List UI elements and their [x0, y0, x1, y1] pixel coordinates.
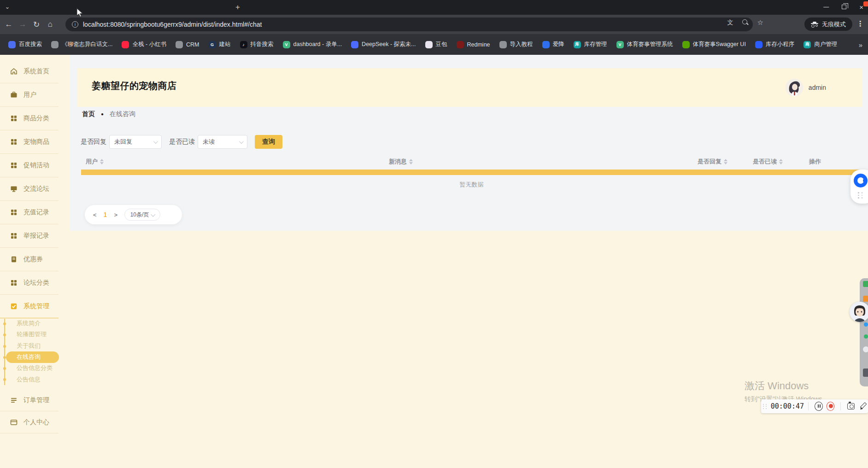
- user-menu[interactable]: admin: [786, 79, 826, 96]
- drag-handle-icon[interactable]: [858, 192, 863, 199]
- next-page-button[interactable]: >: [114, 211, 117, 218]
- table-column-header[interactable]: 用户: [86, 158, 104, 166]
- refresh-icon[interactable]: ↻: [29, 20, 43, 29]
- stop-recording-icon[interactable]: [827, 402, 835, 411]
- recorder-drag-handle-icon[interactable]: [763, 404, 767, 409]
- table-column-header[interactable]: 操作: [809, 158, 821, 166]
- browser-menu-icon[interactable]: ⋮: [856, 19, 864, 28]
- recording-time: 00:00:47: [771, 402, 804, 410]
- bookmark-favicon-icon: [457, 41, 464, 48]
- new-tab-button[interactable]: +: [232, 2, 243, 13]
- read-filter-select[interactable]: 未读: [198, 135, 247, 149]
- screenshot-camera-icon[interactable]: [847, 403, 855, 410]
- recording-indicator: [863, 1, 868, 6]
- reply-filter-select[interactable]: 未回复: [109, 135, 162, 149]
- bookmark-label: 百度搜索: [19, 41, 42, 48]
- bookmark-label: CRM: [186, 41, 199, 48]
- back-icon[interactable]: ←: [2, 20, 16, 29]
- sort-carets-icon: [100, 159, 104, 164]
- sidebar-item[interactable]: 系统首页: [0, 60, 59, 83]
- sidebar-subitem[interactable]: 在线咨询: [0, 351, 70, 363]
- sidebar-menu: 系统首页 用户 商品分类 宠物商品 促销活动: [0, 60, 70, 318]
- sidebar-subitem[interactable]: 公告信息分类: [0, 363, 70, 374]
- table-column-header[interactable]: 是否回复: [698, 158, 727, 166]
- presenter-avatar[interactable]: [850, 302, 868, 322]
- sidebar-item[interactable]: 用户: [0, 83, 59, 107]
- bookmark-item[interactable]: Redmine: [452, 41, 495, 48]
- bookmark-item[interactable]: 全栈 - 小红书: [117, 41, 171, 48]
- sidebar-subitem[interactable]: 公告信息: [0, 374, 70, 385]
- page-info-icon[interactable]: i: [72, 21, 78, 28]
- bookmark-item[interactable]: 商 商户管理: [799, 41, 842, 48]
- current-page[interactable]: 1: [104, 211, 107, 218]
- tab-search-icon[interactable]: ⌄: [3, 3, 12, 10]
- table-column-header[interactable]: 新消息: [389, 158, 413, 166]
- sidebar-subitem[interactable]: 轮播图管理: [0, 329, 70, 340]
- breadcrumb-home[interactable]: 首页: [82, 110, 95, 118]
- bookmark-favicon-icon: [8, 41, 16, 48]
- sidebar-item[interactable]: 交流论坛: [0, 177, 59, 201]
- sidebar-item-label: 优惠券: [23, 255, 43, 263]
- bookmark-item[interactable]: 豆包: [421, 41, 452, 48]
- mouse-cursor: [76, 8, 83, 18]
- sidebar-item[interactable]: 论坛分类: [0, 271, 59, 295]
- recorder-side-panel[interactable]: [860, 278, 868, 386]
- bookmark-item[interactable]: 库 库存管理: [569, 41, 612, 48]
- sidebar-item-label: 系统首页: [23, 67, 49, 76]
- translate-icon[interactable]: 文: [727, 18, 733, 27]
- reply-filter-value: 未回复: [114, 138, 132, 146]
- sidebar-subitem[interactable]: 关于我们: [0, 340, 70, 351]
- sidebar-subitem[interactable]: 系统简介: [0, 318, 70, 329]
- bookmark-item[interactable]: 体育赛事Swagger UI: [678, 41, 751, 48]
- sidebar-item[interactable]: 举报记录: [0, 224, 59, 248]
- zoom-search-icon[interactable]: [742, 19, 749, 26]
- sort-carets-icon: [779, 159, 783, 164]
- sidebar-item[interactable]: 订单管理: [0, 389, 59, 411]
- chevron-down-icon: [151, 212, 156, 216]
- sidebar-bottom-menu: 订单管理 个人中心: [0, 389, 70, 433]
- forward-icon[interactable]: →: [16, 20, 29, 29]
- home-icon[interactable]: ⌂: [43, 20, 57, 29]
- bookmark-item[interactable]: 《聊斋志异白话文...: [47, 41, 117, 48]
- assistant-float-button[interactable]: [850, 170, 868, 204]
- sidebar-item[interactable]: 个人中心: [0, 411, 59, 433]
- breadcrumb-current: 在线咨询: [110, 110, 135, 118]
- bookmark-item[interactable]: DeepSeek - 探索未...: [346, 41, 420, 48]
- sidebar-item[interactable]: 宠物商品: [0, 130, 59, 154]
- bookmark-item[interactable]: V dashboard - 录单...: [278, 41, 347, 48]
- bookmark-item[interactable]: 百度搜索: [4, 41, 47, 48]
- panel-icon-teal: [864, 334, 868, 339]
- address-bar[interactable]: i localhost:8080/springbootu6gerrx9/admi…: [65, 18, 753, 31]
- prev-page-button[interactable]: <: [93, 211, 97, 218]
- bookmark-item[interactable]: V 体育赛事管理系统: [612, 41, 678, 48]
- sidebar-item[interactable]: 充值记录: [0, 201, 59, 224]
- window-close-icon[interactable]: ×: [859, 3, 863, 11]
- bookmark-item[interactable]: CRM: [171, 41, 204, 48]
- sidebar-item-label: 系统管理: [23, 302, 49, 310]
- table-accent-bar: [81, 170, 862, 175]
- bookmark-item[interactable]: ♪ 抖音搜索: [235, 41, 278, 48]
- page-size-select[interactable]: 10条/页: [124, 209, 160, 221]
- window-restore-icon[interactable]: [842, 5, 846, 9]
- sidebar-item[interactable]: 系统管理: [0, 295, 59, 318]
- browser-tabstrip: ⌄ 客户端-姜糖望仔的宠物商店 × 管理端-姜糖望仔的宠物商店 ×: [0, 0, 868, 15]
- window-minimize-icon[interactable]: —: [823, 4, 829, 10]
- sidebar-subitem-label: 关于我们: [17, 342, 41, 350]
- bookmark-item[interactable]: 爱降: [538, 41, 569, 48]
- bookmark-item[interactable]: 库存小程序: [751, 41, 799, 48]
- read-filter-value: 未读: [203, 138, 215, 146]
- list-icon: [10, 397, 18, 404]
- pause-recording-icon[interactable]: [815, 402, 823, 411]
- bookmark-item[interactable]: 导入教程: [495, 41, 538, 48]
- table-header: 用户 新消息 是否回复 是否已读 操作: [81, 158, 862, 170]
- sidebar-item[interactable]: 促销活动: [0, 154, 59, 177]
- annotate-pencil-icon[interactable]: [859, 402, 866, 410]
- table-column-header[interactable]: 是否已读: [753, 158, 783, 166]
- sidebar-item[interactable]: 优惠券: [0, 248, 59, 271]
- bookmark-label: Redmine: [467, 41, 490, 48]
- bookmarks-overflow-icon[interactable]: »: [859, 41, 862, 49]
- bookmark-item[interactable]: G 建站: [204, 41, 235, 48]
- bookmark-star-icon[interactable]: ☆: [757, 18, 763, 27]
- search-button[interactable]: 查询: [255, 135, 282, 149]
- sidebar-item[interactable]: 商品分类: [0, 107, 59, 130]
